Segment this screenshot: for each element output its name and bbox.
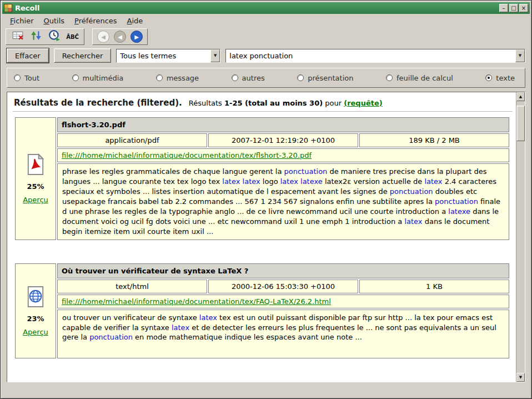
triangle-up-icon: ▲: [519, 94, 522, 99]
results-count-middle: pour: [323, 99, 344, 107]
result-info-row: application/pdf 2007-12-01 12:19:20 +010…: [57, 133, 509, 147]
filter-label: texte: [496, 74, 515, 82]
result-date: 2000-12-06 15:03:30 +0100: [208, 280, 358, 293]
scroll-up-button[interactable]: ▲: [516, 92, 525, 101]
search-button[interactable]: Rechercher: [54, 48, 112, 63]
relevance-percent: 23%: [27, 315, 44, 323]
recoll-window: Recoll – □ × Fichier Outils Préférences …: [0, 0, 532, 399]
menu-item-outils[interactable]: Outils: [39, 16, 69, 26]
erase-search-icon: [12, 29, 24, 44]
radio-dot: [14, 74, 21, 81]
app-icon: [4, 4, 12, 12]
filter-radio-presentation[interactable]: présentation: [297, 74, 353, 82]
query-link[interactable]: (requête): [344, 99, 383, 107]
first-page-icon: ◀: [101, 34, 106, 40]
result-info-row: text/html 2000-12-06 15:03:30 +0100 1 KB: [57, 280, 509, 293]
query-input[interactable]: [226, 49, 515, 62]
search-mode-select[interactable]: Tous les termes ▼: [116, 49, 220, 63]
sort-params-icon: [30, 29, 42, 44]
menu-item-fichier[interactable]: Fichier: [6, 16, 38, 26]
category-filter-bar: Tout multimédia message autres présentat…: [7, 68, 525, 88]
result-date: 2007-12-01 12:19:20 +0100: [208, 133, 358, 147]
scrollbar-thumb[interactable]: [516, 106, 525, 141]
window-controls: – □ ×: [499, 4, 528, 12]
close-button[interactable]: ×: [519, 4, 528, 12]
sort-params-button[interactable]: [29, 30, 43, 44]
result-2-side: 23% Aperçu: [15, 263, 56, 358]
result-item-2: 23% Aperçu Où trouver un vérificateur de…: [15, 263, 509, 358]
menubar: Fichier Outils Préférences Aide: [2, 14, 530, 27]
prev-page-icon: ◀: [118, 34, 122, 40]
filter-radio-multimedia[interactable]: multimédia: [72, 74, 124, 82]
result-1-side: 25% Aperçu: [15, 117, 56, 240]
filter-label: multimédia: [83, 74, 124, 82]
radio-dot: [485, 74, 492, 81]
filter-radio-feuille-de-calcul[interactable]: feuille de calcul: [386, 74, 453, 82]
first-page-button[interactable]: ◀: [97, 31, 109, 43]
titlebar[interactable]: Recoll – □ ×: [2, 2, 530, 14]
header-divider: [13, 111, 513, 112]
result-item-1: 25% Aperçu flshort-3.20.pdf application/…: [15, 117, 509, 240]
result-1-details: flshort-3.20.pdf application/pdf 2007-12…: [57, 117, 509, 240]
filter-radio-texte[interactable]: texte: [485, 74, 515, 82]
chevron-down-icon[interactable]: ▼: [210, 49, 220, 62]
search-bar: Effacer Rechercher Tous les termes ▼ ▼: [2, 46, 530, 65]
result-abstract: ou trouver un verificateur de syntaxe la…: [57, 310, 509, 358]
results-scrollbar[interactable]: ▲ ▼: [516, 92, 525, 382]
filter-radio-message[interactable]: message: [156, 74, 199, 82]
scroll-down-button[interactable]: ▼: [516, 373, 525, 382]
preview-link[interactable]: Aperçu: [23, 196, 48, 204]
toolbar-group-tools: ÂBĈ: [6, 28, 84, 45]
relevance-percent: 25%: [27, 182, 44, 191]
result-size: 1 KB: [359, 280, 509, 293]
result-url-link[interactable]: file:///home/michael/informatique/docume…: [62, 297, 331, 306]
results-title: Résultats de la recherche (filtered).: [14, 98, 182, 108]
preview-link[interactable]: Aperçu: [23, 328, 48, 336]
scrollbar-track[interactable]: [516, 101, 525, 373]
result-2-details: Où trouver un vérificateur de syntaxe La…: [57, 263, 509, 358]
radio-dot: [297, 74, 304, 81]
term-explorer-button[interactable]: ÂBĈ: [66, 30, 79, 44]
search-mode-value: Tous les termes: [117, 49, 210, 62]
doc-history-button[interactable]: [47, 30, 61, 44]
toolbar: ÂBĈ ◀ ◀ ▶: [2, 27, 530, 46]
result-size: 189 KB / 2 MB: [359, 133, 509, 147]
radio-dot: [232, 74, 238, 81]
clock-history-icon: [48, 29, 61, 44]
clear-button[interactable]: Effacer: [7, 48, 49, 63]
query-combobox[interactable]: ▼: [225, 49, 525, 63]
minimize-button[interactable]: –: [499, 4, 508, 12]
triangle-down-icon: ▼: [519, 375, 522, 380]
filter-label: Tout: [24, 74, 39, 82]
statusbar: [2, 383, 530, 397]
result-mime: text/html: [57, 280, 207, 293]
filter-radio-autres[interactable]: autres: [232, 74, 265, 82]
radio-dot: [386, 74, 393, 81]
result-url-row: file:///home/michael/informatique/docume…: [57, 148, 509, 162]
menu-item-aide[interactable]: Aide: [123, 16, 148, 26]
result-url-link[interactable]: file:///home/michael/informatique/docume…: [62, 151, 312, 159]
results-header: Résultats de la recherche (filtered). Ré…: [14, 98, 513, 108]
filter-label: autres: [242, 74, 265, 82]
filter-label: feuille de calcul: [397, 74, 453, 82]
results-count-prefix: Résultats: [189, 99, 224, 107]
pdf-icon: [26, 153, 45, 177]
filter-label: présentation: [308, 74, 353, 82]
next-page-icon: ▶: [134, 34, 139, 40]
filter-radio-tout[interactable]: Tout: [14, 74, 39, 82]
maximize-button[interactable]: □: [509, 4, 518, 12]
results-list: Résultats de la recherche (filtered). Ré…: [7, 92, 516, 382]
term-explorer-icon: ÂBĈ: [66, 34, 79, 40]
result-url-row: file:///home/michael/informatique/docume…: [57, 295, 509, 308]
window-title: Recoll: [15, 4, 39, 12]
radio-dot: [156, 74, 163, 81]
radio-dot: [72, 74, 79, 81]
erase-search-button[interactable]: [11, 30, 24, 44]
results-range: 1-25 (total au moins 30): [224, 99, 323, 107]
prev-page-button[interactable]: ◀: [114, 31, 126, 43]
next-page-button[interactable]: ▶: [131, 31, 143, 43]
result-abstract: phrase les regles grammaticales de chaqu…: [57, 163, 509, 240]
query-history-chevron-icon[interactable]: ▼: [515, 49, 525, 62]
result-title: flshort-3.20.pdf: [57, 117, 509, 132]
menu-item-preferences[interactable]: Préférences: [70, 16, 121, 26]
